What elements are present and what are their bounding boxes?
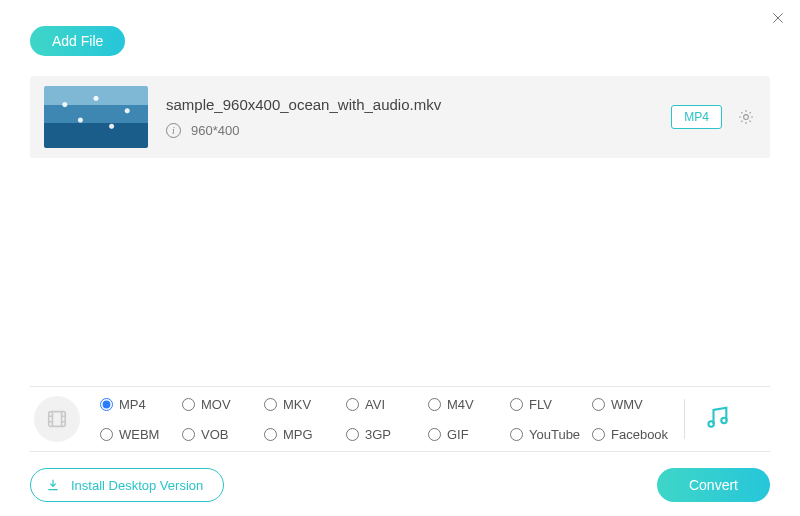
format-label: WEBM xyxy=(119,427,159,442)
format-label: MOV xyxy=(201,397,231,412)
format-option-3gp[interactable]: 3GP xyxy=(346,427,428,442)
video-formats-tab[interactable] xyxy=(34,396,80,442)
format-option-mp4[interactable]: MP4 xyxy=(100,397,182,412)
format-label: AVI xyxy=(365,397,385,412)
format-label: M4V xyxy=(447,397,474,412)
format-grid: MP4MOVMKVAVIM4VFLVWMVWEBMVOBMPG3GPGIFYou… xyxy=(100,392,674,446)
format-option-wmv[interactable]: WMV xyxy=(592,397,674,412)
format-label: MPG xyxy=(283,427,313,442)
format-radio[interactable] xyxy=(346,398,359,411)
format-option-m4v[interactable]: M4V xyxy=(428,397,510,412)
download-icon xyxy=(45,477,61,493)
format-label: VOB xyxy=(201,427,228,442)
format-label: FLV xyxy=(529,397,552,412)
format-radio[interactable] xyxy=(592,398,605,411)
format-option-flv[interactable]: FLV xyxy=(510,397,592,412)
convert-button[interactable]: Convert xyxy=(657,468,770,502)
format-option-avi[interactable]: AVI xyxy=(346,397,428,412)
format-radio[interactable] xyxy=(182,398,195,411)
format-option-mov[interactable]: MOV xyxy=(182,397,264,412)
music-icon xyxy=(703,403,731,431)
format-radio[interactable] xyxy=(428,398,441,411)
format-label: 3GP xyxy=(365,427,391,442)
settings-button[interactable] xyxy=(736,107,756,127)
film-icon xyxy=(45,408,69,430)
svg-point-2 xyxy=(708,421,713,426)
file-name: sample_960x400_ocean_with_audio.mkv xyxy=(166,96,671,113)
file-item: sample_960x400_ocean_with_audio.mkv i 96… xyxy=(30,76,770,158)
format-label: YouTube xyxy=(529,427,580,442)
separator xyxy=(684,399,685,439)
file-dimensions: 960*400 xyxy=(191,123,239,138)
add-file-button[interactable]: Add File xyxy=(30,26,125,56)
format-radio[interactable] xyxy=(264,398,277,411)
format-label: Facebook xyxy=(611,427,668,442)
output-format-badge[interactable]: MP4 xyxy=(671,105,722,129)
format-radio[interactable] xyxy=(346,428,359,441)
format-option-facebook[interactable]: Facebook xyxy=(592,427,674,442)
gear-icon xyxy=(737,108,755,126)
format-label: MKV xyxy=(283,397,311,412)
file-thumbnail xyxy=(44,86,148,148)
format-label: GIF xyxy=(447,427,469,442)
format-radio[interactable] xyxy=(264,428,277,441)
format-radio[interactable] xyxy=(592,428,605,441)
format-option-gif[interactable]: GIF xyxy=(428,427,510,442)
format-label: MP4 xyxy=(119,397,146,412)
format-radio[interactable] xyxy=(182,428,195,441)
format-option-vob[interactable]: VOB xyxy=(182,427,264,442)
format-radio[interactable] xyxy=(428,428,441,441)
install-desktop-button[interactable]: Install Desktop Version xyxy=(30,468,224,502)
close-button[interactable] xyxy=(766,6,790,30)
format-option-mpg[interactable]: MPG xyxy=(264,427,346,442)
info-icon[interactable]: i xyxy=(166,123,181,138)
format-radio[interactable] xyxy=(100,398,113,411)
format-radio[interactable] xyxy=(100,428,113,441)
svg-point-0 xyxy=(744,115,749,120)
format-option-webm[interactable]: WEBM xyxy=(100,427,182,442)
svg-rect-1 xyxy=(49,412,66,427)
format-radio[interactable] xyxy=(510,428,523,441)
format-label: WMV xyxy=(611,397,643,412)
format-option-youtube[interactable]: YouTube xyxy=(510,427,592,442)
format-selection-bar: MP4MOVMKVAVIM4VFLVWMVWEBMVOBMPG3GPGIFYou… xyxy=(30,386,770,452)
format-radio[interactable] xyxy=(510,398,523,411)
bottom-bar: Install Desktop Version Convert xyxy=(30,468,770,502)
install-desktop-label: Install Desktop Version xyxy=(71,478,203,493)
svg-point-3 xyxy=(721,418,726,423)
audio-formats-tab[interactable] xyxy=(703,403,731,435)
format-option-mkv[interactable]: MKV xyxy=(264,397,346,412)
close-icon xyxy=(770,10,786,26)
